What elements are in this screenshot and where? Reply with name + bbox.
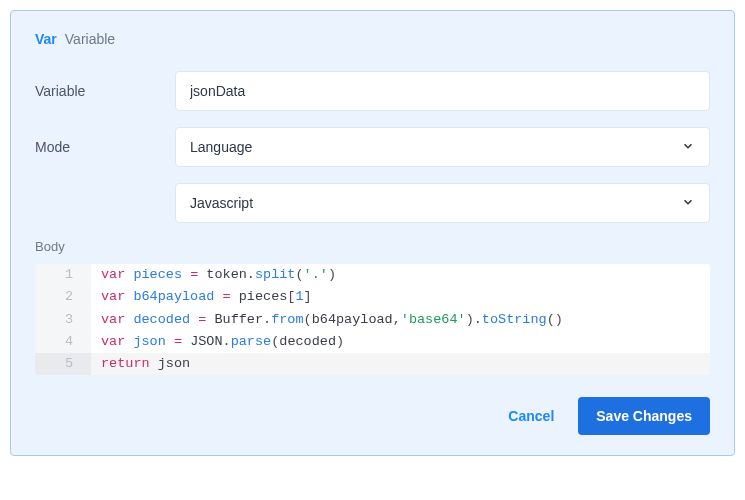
mode-label: Mode <box>35 139 175 155</box>
body-label: Body <box>35 239 710 254</box>
code-line[interactable]: 5return json <box>35 353 710 375</box>
chevron-down-icon <box>681 195 695 212</box>
header-tag: Var <box>35 31 57 47</box>
panel-header: Var Variable <box>35 31 710 47</box>
line-number: 5 <box>35 353 91 375</box>
variable-row: Variable <box>35 71 710 111</box>
code-content: var json = JSON.parse(decoded) <box>91 331 344 353</box>
chevron-down-icon <box>681 139 695 156</box>
action-bar: Cancel Save Changes <box>35 397 710 435</box>
code-line[interactable]: 1var pieces = token.split('.') <box>35 264 710 286</box>
code-content: var decoded = Buffer.from(b64payload,'ba… <box>91 309 563 331</box>
code-line[interactable]: 2var b64payload = pieces[1] <box>35 286 710 308</box>
line-number: 1 <box>35 264 91 286</box>
variable-label: Variable <box>35 83 175 99</box>
header-title: Variable <box>65 31 115 47</box>
code-line[interactable]: 4var json = JSON.parse(decoded) <box>35 331 710 353</box>
language-select[interactable]: Javascript <box>175 183 710 223</box>
variable-editor-panel: Var Variable Variable Mode Language Java… <box>10 10 735 456</box>
code-editor[interactable]: 1var pieces = token.split('.')2var b64pa… <box>35 264 710 375</box>
code-content: var b64payload = pieces[1] <box>91 286 312 308</box>
mode-select[interactable]: Language <box>175 127 710 167</box>
line-number: 3 <box>35 309 91 331</box>
code-content: return json <box>91 353 190 375</box>
language-row: Javascript <box>35 183 710 223</box>
language-select-value: Javascript <box>190 195 253 211</box>
code-content: var pieces = token.split('.') <box>91 264 336 286</box>
save-button[interactable]: Save Changes <box>578 397 710 435</box>
mode-row: Mode Language <box>35 127 710 167</box>
line-number: 4 <box>35 331 91 353</box>
variable-input[interactable] <box>175 71 710 111</box>
mode-select-value: Language <box>190 139 252 155</box>
line-number: 2 <box>35 286 91 308</box>
code-line[interactable]: 3var decoded = Buffer.from(b64payload,'b… <box>35 309 710 331</box>
cancel-button[interactable]: Cancel <box>492 398 570 434</box>
